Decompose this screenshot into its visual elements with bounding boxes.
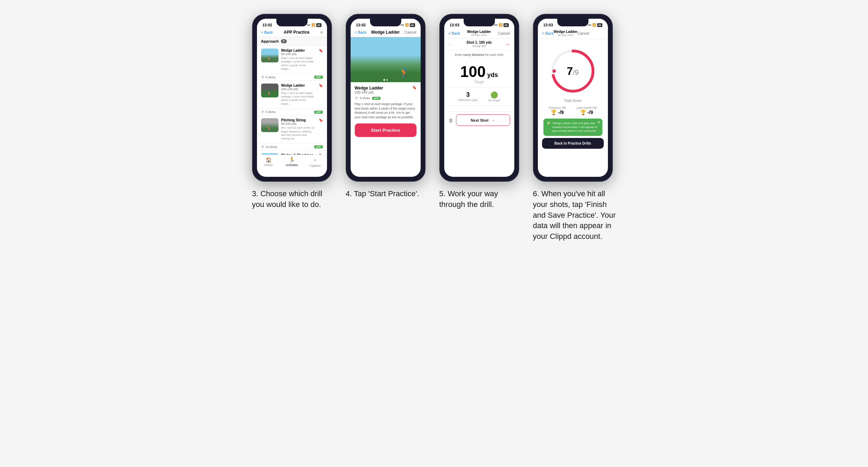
prev-pb-label: Previous PB	[549, 106, 566, 110]
page-container: 13:02 ▪▪▪ 📶 46 < Back APP Practice ≡ Ap	[252, 14, 616, 242]
wifi-icon-3: 📶	[499, 23, 502, 27]
clock-icon-1-1: ⏱	[261, 76, 264, 79]
battery-icon-4: 46	[597, 23, 602, 27]
trash-icon[interactable]: 🗑	[448, 118, 453, 123]
p2-desc: Play 1 shot at each target yardage. If y…	[355, 102, 416, 119]
drill-item-1-2[interactable]: 🏌️ Wedge Ladder 100-140 yds Play 1 shot …	[257, 81, 327, 109]
bottom-nav-home[interactable]: 🏠 Home	[257, 157, 280, 167]
status-icons-1: ▪▪▪ 📶 46	[307, 23, 321, 27]
phone-2-screen: 13:02 ▪▪▪ 📶 46 < Back Wedge Ladder Cance…	[351, 19, 421, 177]
drill-info-1-2: Wedge Ladder 100-140 yds Play 1 shot at …	[281, 84, 316, 106]
bookmark-1-2[interactable]: 🔖	[319, 84, 323, 87]
activities-icon: 🏃	[289, 157, 295, 163]
shot-label: Shot 1, 100 yds	[466, 41, 492, 44]
dot-1	[383, 79, 385, 81]
time-2: 13:02	[356, 23, 366, 27]
signal-icon: ▪▪▪	[307, 23, 310, 27]
success-toast: ✅ 'Wedge Ladder (100-140 yds)' was creat…	[543, 119, 602, 136]
phone-1-screen: 13:02 ▪▪▪ 📶 46 < Back APP Practice ≡ Ap	[257, 19, 327, 177]
nav-title-1: APP Practice	[273, 30, 320, 35]
drill-desc-1-3: Hit 1 shot at each of the 10 target dist…	[281, 126, 316, 141]
score-value: 7	[567, 65, 573, 77]
nav-bar-3: < Back Wedge Ladder 06 Mar 2023 Cancel	[444, 28, 514, 38]
drill-footer-1-2: ⏱ 9 shots APP	[257, 109, 327, 115]
phone-1: 13:02 ▪▪▪ 📶 46 < Back APP Practice ≡ Ap	[252, 14, 332, 182]
p2-drill-range: 100-140 yds	[355, 90, 383, 94]
phone-4: 13:03 ▪▪▪ 📶 46 < Back Wedge Ladder 06 Ma…	[533, 14, 613, 182]
prev-arrow[interactable]: ←	[448, 41, 454, 47]
cancel-button-2[interactable]: Cancel	[404, 30, 416, 34]
dot-2	[386, 79, 388, 81]
wifi-icon: 📶	[311, 23, 315, 27]
difference-label: Difference (yds)	[458, 98, 478, 102]
nav-title-3: Wedge Ladder	[467, 30, 491, 34]
last-month-pb: Last month PB 🏆 -/9	[576, 106, 597, 115]
toast-close[interactable]: ✕	[598, 120, 600, 125]
next-shot-label: Next Shot	[471, 118, 488, 122]
drill-info-1-3: Pitching String 55-100 yds Hit 1 shot at…	[281, 118, 316, 141]
nav-title-4: Wedge Ladder	[553, 30, 577, 34]
stats-row: 3 Difference (yds) 🟢 Hit Target	[448, 87, 510, 106]
bookmark-1-3[interactable]: 🔖	[319, 118, 323, 122]
score-ring: 7/9	[549, 47, 597, 95]
phone-section-3: 13:03 ▪▪▪ 📶 46 < Back Wedge Ladder	[439, 14, 523, 210]
bottom-row-3: 🗑 Next Shot →	[444, 111, 514, 129]
score-content: 7/9 Total Score Previous PB 🏆 -/9	[538, 39, 608, 153]
drill-image-2: 🏌️	[351, 37, 421, 82]
start-practice-button[interactable]: Start Practice	[355, 123, 416, 137]
score-label: Score 5/9	[466, 44, 492, 48]
p2-header: Wedge Ladder 100-140 yds 🔖	[355, 86, 416, 94]
target-value-row: 100 yds	[444, 64, 514, 79]
drill-range-1-1: 50-100 yds	[281, 52, 316, 56]
battery-icon-3: 46	[504, 23, 509, 27]
hit-target-icon: 🟢	[488, 91, 500, 99]
app-badge-1-3: APP	[314, 145, 323, 148]
bottom-nav-activities[interactable]: 🏃 Activities	[280, 157, 303, 167]
svg-point-2	[552, 69, 556, 73]
pb-row: Previous PB 🏆 -/9 Last month PB 🏆	[542, 106, 604, 115]
section-tag-1: Approach 7	[257, 37, 327, 46]
wifi-icon-4: 📶	[592, 23, 596, 27]
time-3: 13:03	[450, 23, 459, 27]
instruction: Enter carry distance for each shot	[444, 50, 514, 59]
shots-info-1-2: ⏱ 9 shots	[261, 110, 276, 114]
golfer-icon-3: 🏌️	[267, 126, 273, 131]
signal-icon-2: ▪▪▪	[401, 23, 404, 27]
phone-4-notch	[557, 19, 588, 26]
back-button-2[interactable]: < Back	[355, 30, 367, 34]
bookmark-1-1[interactable]: 🔖	[319, 49, 323, 52]
wifi-icon-2: 📶	[405, 23, 409, 27]
back-button-4[interactable]: < Back	[542, 31, 554, 35]
back-button-3[interactable]: < Back	[448, 31, 460, 35]
bottom-nav-1: 🏠 Home 🏃 Activities ＋ Capture	[257, 155, 327, 170]
drill-name-1-3: Pitching String	[281, 118, 316, 122]
hit-target-stat: 🟢 Hit Target	[488, 91, 500, 102]
next-shot-button[interactable]: Next Shot →	[456, 114, 510, 126]
bottom-nav-capture[interactable]: ＋ Capture	[303, 157, 327, 167]
drill-item-1-3[interactable]: 🏌️ Pitching String 55-100 yds Hit 1 shot…	[257, 115, 327, 144]
bookmark-2[interactable]: 🔖	[412, 86, 416, 89]
cancel-button-4[interactable]: Cancel	[577, 31, 589, 35]
target-value: 100	[460, 63, 485, 80]
battery-icon: 46	[316, 23, 321, 27]
target-label: Target	[444, 80, 514, 84]
drill-desc-1-1: Play 1 shot at each target yardage. If y…	[281, 57, 316, 71]
p2-shots: 9 shots	[360, 96, 370, 100]
home-icon: 🏠	[266, 157, 272, 163]
drill-item-1-1[interactable]: 🏌️ Wedge Ladder 50-100 yds Play 1 shot a…	[257, 46, 327, 74]
p2-shots-row: ⏱ 9 shots APP	[355, 96, 416, 100]
golfer-icon-1: 🏌️	[267, 56, 273, 62]
back-button-1[interactable]: < Back	[261, 30, 273, 34]
app-badge-1-1: APP	[314, 76, 323, 79]
drill-thumb-1-1: 🏌️	[261, 49, 278, 62]
nav-menu-1[interactable]: ≡	[320, 30, 323, 34]
phone-3-screen: 13:03 ▪▪▪ 📶 46 < Back Wedge Ladder	[444, 19, 514, 177]
phone-1-notch	[276, 19, 308, 26]
golfer-image-icon: 🏌️	[399, 68, 410, 79]
drill-desc-1-2: Play 1 shot at each target yardage. If y…	[281, 92, 316, 106]
cancel-button-3[interactable]: Cancel	[498, 31, 510, 35]
back-to-drills-button[interactable]: Back to Practice Drills	[542, 138, 604, 149]
capture-icon: ＋	[313, 157, 318, 163]
drill-thumb-1-3: 🏌️	[261, 118, 278, 132]
next-arrow-header[interactable]: →	[505, 41, 510, 47]
